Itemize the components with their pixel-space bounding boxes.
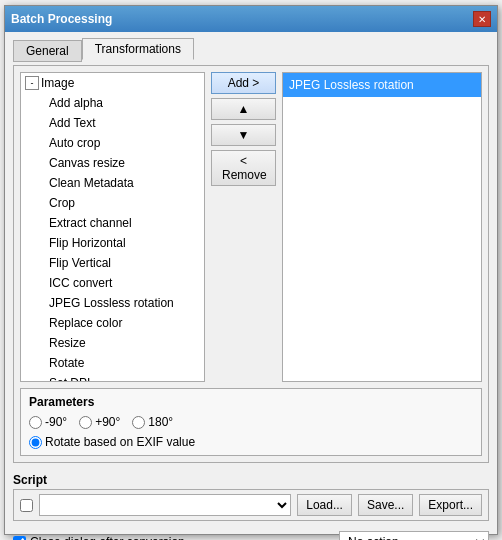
radio-minus90[interactable]: -90° [29,415,67,429]
right-list-item-jpeg-lossless[interactable]: JPEG Lossless rotation [283,73,481,97]
tree-item-crop[interactable]: Crop [21,193,204,213]
close-dialog-label[interactable]: Close dialog after conversion [13,535,185,540]
move-up-button[interactable]: ▲ [211,98,276,120]
dialog-title: Batch Processing [11,12,112,26]
title-bar-buttons: ✕ [473,11,491,27]
script-area: Script Load... Save... Export... [13,473,489,521]
move-down-button[interactable]: ▼ [211,124,276,146]
tree-item-canvas-resize[interactable]: Canvas resize [21,153,204,173]
middle-buttons: Add > ▲ ▼ < Remove [211,72,276,382]
tree-item-add-alpha[interactable]: Add alpha [21,93,204,113]
tree-item-flip-horizontal[interactable]: Flip Horizontal [21,233,204,253]
close-dialog-text: Close dialog after conversion [30,535,185,540]
parameters-section: Parameters -90° +90° 180° [20,388,482,456]
radio-plus90[interactable]: +90° [79,415,120,429]
script-label: Script [13,473,489,487]
close-button[interactable]: ✕ [473,11,491,27]
tree-item-extract-channel[interactable]: Extract channel [21,213,204,233]
close-dialog-checkbox[interactable] [13,536,26,541]
radio-exif-label: Rotate based on EXIF value [45,435,195,449]
tree-item-jpeg-lossless[interactable]: JPEG Lossless rotation [21,293,204,313]
tree-item-add-text[interactable]: Add Text [21,113,204,133]
tab-bar: General Transformations [13,38,489,60]
radio-180-label: 180° [148,415,173,429]
script-combo[interactable] [39,494,291,516]
load-button[interactable]: Load... [297,494,352,516]
main-area: - Image Add alpha Add Text Auto crop Can… [20,72,482,382]
save-button[interactable]: Save... [358,494,413,516]
tree-item-resize[interactable]: Resize [21,333,204,353]
title-bar: Batch Processing ✕ [5,6,497,32]
radio-plus90-label: +90° [95,415,120,429]
tree-item-replace-color[interactable]: Replace color [21,313,204,333]
remove-button[interactable]: < Remove [211,150,276,186]
tree-item-rotate[interactable]: Rotate [21,353,204,373]
tree-item-clean-metadata[interactable]: Clean Metadata [21,173,204,193]
radio-plus90-input[interactable] [79,416,92,429]
add-button[interactable]: Add > [211,72,276,94]
tree-container[interactable]: - Image Add alpha Add Text Auto crop Can… [20,72,205,382]
image-group-label: Image [41,74,74,92]
radio-exif-input[interactable] [29,436,42,449]
tree-item-flip-vertical[interactable]: Flip Vertical [21,253,204,273]
export-button[interactable]: Export... [419,494,482,516]
script-checkbox[interactable] [20,499,33,512]
script-section: Load... Save... Export... [13,489,489,521]
radio-exif[interactable]: Rotate based on EXIF value [29,435,473,449]
action-combo[interactable]: No action Shutdown Hibernate [339,531,489,540]
parameters-title: Parameters [29,395,473,409]
tree-item-icc-convert[interactable]: ICC convert [21,273,204,293]
rotation-radio-row: -90° +90° 180° [29,415,473,429]
dialog-content: General Transformations - Image Add alph… [5,32,497,540]
transformations-panel: - Image Add alpha Add Text Auto crop Can… [13,65,489,463]
tree-group-image[interactable]: - Image [21,73,204,93]
tab-transformations[interactable]: Transformations [82,38,194,60]
image-expander[interactable]: - [25,76,39,90]
radio-180-input[interactable] [132,416,145,429]
radio-180[interactable]: 180° [132,415,173,429]
right-list[interactable]: JPEG Lossless rotation [282,72,482,382]
batch-processing-dialog: Batch Processing ✕ General Transformatio… [4,5,498,535]
radio-minus90-label: -90° [45,415,67,429]
radio-minus90-input[interactable] [29,416,42,429]
tree-item-set-dpi[interactable]: Set DPI [21,373,204,382]
bottom-row: Close dialog after conversion No action … [13,527,489,540]
tree-item-auto-crop[interactable]: Auto crop [21,133,204,153]
tab-general[interactable]: General [13,40,82,62]
